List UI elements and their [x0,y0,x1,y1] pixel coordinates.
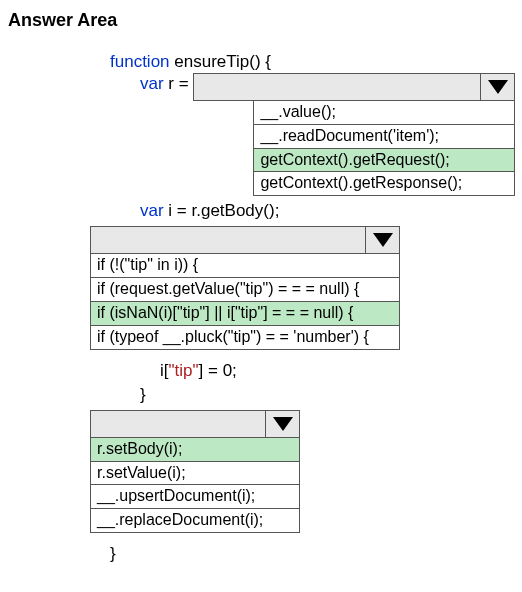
dropdown-3-block: r.setBody(i); r.setValue(i); __.upsertDo… [90,410,300,533]
dropdown-3[interactable] [90,410,300,438]
dropdown-1-option[interactable]: __.readDocument('item'); [254,125,514,149]
tip-assign-line: i["tip"] = 0; [110,360,522,382]
var-i-line: var i = r.getBody(); [110,200,522,222]
dropdown-2-option[interactable]: if (isNaN(i)["tip"] || i["tip"] = = = nu… [91,302,399,326]
svg-marker-1 [373,233,393,247]
dropdown-1-option[interactable]: getContext().getResponse(); [254,172,514,195]
dropdown-2-options: if (!("tip" in i)) { if (request.getValu… [90,254,400,349]
tip-post: ] = 0; [199,361,237,380]
svg-marker-0 [488,80,508,94]
outer-brace: } [110,543,522,565]
chevron-down-icon[interactable] [265,411,299,437]
function-name: ensureTip() { [170,52,271,71]
tip-key: "tip" [169,361,199,380]
svg-marker-2 [273,417,293,431]
keyword-function: function [110,52,170,71]
page-title: Answer Area [0,0,522,31]
dropdown-1[interactable] [193,73,515,101]
dropdown-3-option[interactable]: r.setValue(i); [91,462,299,486]
inner-brace: } [110,384,522,406]
function-decl: function ensureTip() { [110,51,522,73]
tip-pre: i[ [160,361,169,380]
var-r-line: var r = __.value(); __.readDocument('ite… [110,73,522,196]
i-decl: i = r.getBody(); [164,201,280,220]
dropdown-1-block: __.value(); __.readDocument('item'); get… [193,73,515,196]
keyword-var: var [140,74,164,93]
chevron-down-icon[interactable] [480,74,514,100]
chevron-down-icon[interactable] [365,227,399,253]
dropdown-3-option[interactable]: __.replaceDocument(i); [91,509,299,532]
dropdown-2-option[interactable]: if (!("tip" in i)) { [91,254,399,278]
dropdown-2-option[interactable]: if (typeof __.pluck("tip") = = 'number')… [91,326,399,349]
dropdown-3-option[interactable]: r.setBody(i); [91,438,299,462]
keyword-var: var [140,201,164,220]
dropdown-3-option[interactable]: __.upsertDocument(i); [91,485,299,509]
dropdown-2[interactable] [90,226,400,254]
dropdown-2-block: if (!("tip" in i)) { if (request.getValu… [90,226,400,349]
dropdown-2-option[interactable]: if (request.getValue("tip") = = = null) … [91,278,399,302]
r-equals: r = [164,74,194,93]
dropdown-1-options: __.value(); __.readDocument('item'); get… [253,101,515,196]
dropdown-1-option[interactable]: getContext().getRequest(); [254,149,514,173]
dropdown-3-options: r.setBody(i); r.setValue(i); __.upsertDo… [90,438,300,533]
code-block: function ensureTip() { var r = __.value(… [0,31,522,565]
dropdown-1-option[interactable]: __.value(); [254,101,514,125]
